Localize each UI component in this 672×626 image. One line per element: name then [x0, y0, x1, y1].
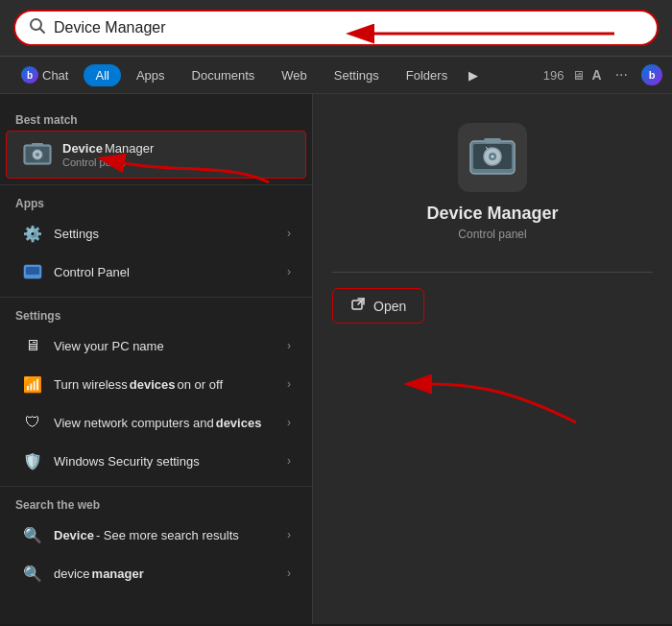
tab-count-area: 196 🖥 A ··· b	[543, 64, 662, 85]
divider-3	[0, 486, 312, 487]
web-search-icon-1: 🔍	[21, 523, 44, 546]
best-match-label: Best match	[0, 108, 312, 131]
best-match-subtitle: Control panel	[62, 156, 290, 168]
svg-rect-9	[29, 276, 36, 277]
tabs-row: b Chat All Apps Documents Web Settings F…	[0, 57, 672, 94]
title-part1: Device	[62, 141, 103, 156]
web-s1-p2: - See more search results	[96, 528, 239, 542]
pc-icon: 🖥	[21, 334, 44, 357]
chevron-icon-web1: ›	[287, 528, 291, 542]
settings-section-label: Settings	[0, 303, 312, 326]
open-icon	[350, 297, 366, 315]
web-search-1-title: Device - See more search results	[54, 528, 287, 542]
apps-section-label: Apps	[0, 191, 312, 214]
tab-folders[interactable]: Folders	[395, 64, 459, 86]
wireless-title-1: Turn wireless	[54, 377, 128, 392]
web-search-2-title: device manager	[54, 566, 287, 581]
result-count: 196	[543, 68, 564, 83]
tab-settings[interactable]: Settings	[323, 64, 391, 86]
pc-name-title: View your PC name	[54, 339, 287, 353]
best-match-item[interactable]: Device Manager Control panel	[6, 131, 306, 179]
tab-play[interactable]: ▶	[463, 64, 484, 86]
chevron-icon-network: ›	[287, 416, 291, 429]
wireless-text: Turn wireless devices on or off	[54, 377, 287, 392]
chevron-icon-wireless: ›	[287, 377, 291, 391]
wireless-item[interactable]: 📶 Turn wireless devices on or off ›	[6, 365, 306, 403]
chevron-icon-pc: ›	[287, 339, 291, 352]
settings-item-text: Settings	[54, 227, 287, 241]
divider-1	[0, 184, 312, 185]
security-text: Windows Security settings	[54, 454, 287, 469]
network-item[interactable]: 🛡 View network computers and devices ›	[6, 403, 306, 442]
tab-web[interactable]: Web	[270, 64, 319, 86]
svg-rect-8	[26, 267, 39, 275]
wireless-title: Turn wireless devices on or off	[54, 377, 287, 392]
title-part2: Manager	[105, 141, 154, 156]
right-icon-area: Device Manager Control panel	[426, 123, 558, 241]
tab-chat[interactable]: b Chat	[10, 62, 80, 87]
open-label: Open	[373, 299, 406, 314]
wireless-title-2: devices	[130, 377, 176, 392]
search-bar[interactable]	[13, 10, 659, 46]
device-manager-icon	[22, 139, 53, 170]
more-options[interactable]: ···	[610, 66, 634, 84]
chevron-icon-web2: ›	[287, 566, 291, 580]
right-subtitle: Control panel	[458, 228, 526, 241]
right-panel: Device Manager Control panel Open	[312, 94, 672, 624]
web-search-icon-2: 🔍	[21, 562, 44, 585]
svg-point-5	[36, 153, 39, 156]
web-s2-p2: manager	[92, 566, 144, 581]
pc-name-text: View your PC name	[54, 339, 287, 353]
open-button[interactable]: Open	[332, 288, 424, 324]
copilot-icon: b	[21, 66, 38, 84]
settings-app-item[interactable]: ⚙️ Settings ›	[6, 214, 306, 253]
security-title: Windows Security settings	[54, 454, 287, 469]
tab-apps-label: Apps	[136, 68, 165, 83]
network-title-1: View network computers and	[54, 416, 214, 430]
control-panel-icon	[21, 260, 44, 283]
chevron-icon-cp: ›	[287, 265, 291, 278]
search-web-label: Search the web	[0, 493, 312, 516]
security-icon: 🛡️	[21, 449, 44, 472]
settings-item-title: Settings	[54, 227, 287, 241]
web-search-2[interactable]: 🔍 device manager ›	[6, 554, 306, 592]
tab-documents-label: Documents	[192, 68, 255, 83]
chevron-icon-settings: ›	[287, 227, 291, 240]
web-search-1-text: Device - See more search results	[54, 528, 287, 542]
best-match-text: Device Manager Control panel	[62, 141, 290, 168]
chevron-icon-security: ›	[287, 454, 291, 468]
svg-point-14	[491, 156, 493, 158]
right-divider	[332, 272, 653, 273]
left-panel: Best match Device Manager Control panel	[0, 94, 312, 624]
wireless-title-3: on or off	[178, 377, 223, 392]
tab-all-label: All	[95, 68, 108, 83]
web-s1-p1: Device	[54, 528, 94, 542]
web-s2-p1: device	[54, 566, 90, 581]
search-input[interactable]	[54, 19, 643, 36]
control-panel-item[interactable]: Control Panel ›	[6, 253, 306, 291]
tab-all[interactable]: All	[84, 64, 120, 86]
web-search-1[interactable]: 🔍 Device - See more search results ›	[6, 516, 306, 554]
network-text: View network computers and devices	[54, 416, 287, 430]
tab-web-label: Web	[281, 68, 307, 83]
svg-rect-6	[32, 143, 43, 146]
font-icon: A	[592, 67, 602, 83]
right-title: Device Manager	[426, 204, 558, 224]
divider-2	[0, 297, 312, 298]
network-title-2: devices	[216, 416, 262, 430]
tab-chat-label: Chat	[42, 68, 68, 83]
pc-name-item[interactable]: 🖥 View your PC name ›	[6, 326, 306, 365]
tab-documents[interactable]: Documents	[180, 64, 267, 86]
search-icon	[29, 17, 46, 38]
right-app-icon	[458, 123, 527, 192]
copilot-tab-icon: b	[641, 64, 662, 85]
settings-icon: ⚙️	[21, 222, 44, 245]
web-search-2-text: device manager	[54, 566, 287, 581]
tab-settings-label: Settings	[334, 68, 379, 83]
svg-rect-15	[484, 138, 501, 143]
best-match-title: Device Manager	[62, 141, 290, 156]
svg-line-1	[40, 29, 45, 34]
control-panel-item-text: Control Panel	[54, 265, 287, 279]
security-item[interactable]: 🛡️ Windows Security settings ›	[6, 442, 306, 480]
tab-apps[interactable]: Apps	[125, 64, 177, 86]
